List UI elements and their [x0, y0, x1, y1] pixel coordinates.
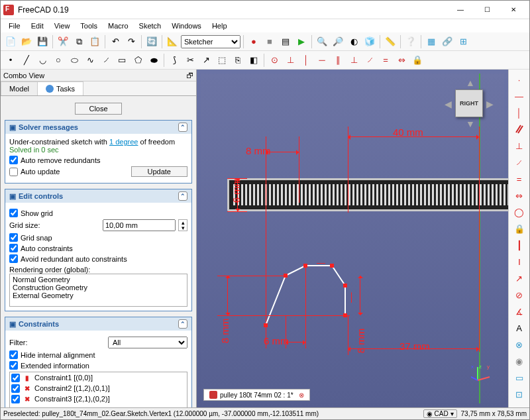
view-icon[interactable]: ▦	[424, 34, 439, 49]
open-icon[interactable]: 📂	[19, 34, 34, 49]
navcube-right-icon[interactable]: ▶	[486, 99, 494, 109]
zoom-sel-icon[interactable]: 🔎	[331, 34, 345, 49]
auto-constraints-check[interactable]: Auto constraints	[9, 244, 73, 252]
sketch-vertex[interactable]	[330, 264, 334, 268]
toggle-ref-icon[interactable]: ⊗	[511, 337, 527, 352]
3d-canvas[interactable]: 8 mm 40 mm 6 mm	[197, 70, 508, 407]
dof-link[interactable]: 1 degree	[109, 138, 138, 146]
close-tab-icon[interactable]: ⊗	[299, 392, 304, 399]
maximize-button[interactable]: ☐	[474, 1, 500, 19]
symmetric-icon[interactable]: ⇔	[511, 188, 527, 203]
parallel-icon[interactable]	[511, 122, 527, 136]
rect-icon[interactable]: ▭	[115, 53, 129, 68]
parallel-icon[interactable]: ∥	[331, 53, 345, 68]
constraints-heading[interactable]: ▣Constraints ⌃	[5, 317, 191, 331]
menu-edit[interactable]: Edit	[26, 22, 49, 30]
arc-icon[interactable]: ◡	[35, 53, 50, 68]
menu-tools[interactable]: Tools	[75, 22, 103, 30]
slot-icon[interactable]: ⬬	[146, 53, 161, 68]
grid-size-input[interactable]	[103, 219, 176, 231]
block-icon[interactable]: 🔒	[410, 53, 425, 68]
show-grid-check[interactable]: Show grid	[9, 209, 53, 217]
edit-heading[interactable]: ▣Edit controls ⌃	[5, 189, 191, 203]
paste-icon[interactable]: 📋	[87, 34, 102, 49]
minimize-button[interactable]: —	[447, 1, 474, 19]
macros-icon[interactable]: ▤	[278, 34, 293, 49]
distance-icon[interactable]: ↗	[511, 271, 527, 286]
whatsthis-icon[interactable]: ❔	[403, 34, 418, 49]
constraint-item[interactable]: ▮Constraint1 [(0,0)]	[10, 372, 187, 383]
ellipse-icon[interactable]: ⬭	[67, 53, 81, 68]
workbench-selector[interactable]: Sketcher	[181, 35, 240, 48]
group-icon[interactable]: ⊞	[456, 34, 470, 49]
cut-icon[interactable]: ✂️	[56, 34, 70, 49]
lock-icon[interactable]: 🔒	[511, 221, 527, 236]
extended-info-check[interactable]: Extended information	[9, 361, 89, 370]
point-icon[interactable]: •	[3, 53, 18, 68]
bspline-icon[interactable]: ∿	[83, 53, 97, 68]
measure-icon[interactable]: 📏	[383, 34, 398, 49]
collapse-icon[interactable]: ⌃	[178, 319, 187, 329]
spinner-icon[interactable]: ▴▾	[178, 219, 187, 231]
redo-icon[interactable]: ↷	[124, 34, 138, 49]
stop-macro-icon[interactable]: ■	[262, 34, 277, 49]
navcube-left-icon[interactable]: ◀	[445, 99, 452, 109]
link-icon[interactable]: 🔗	[440, 34, 454, 49]
perpendicular-icon[interactable]: ⊥	[511, 138, 527, 153]
sketch-vertex[interactable]	[343, 284, 347, 288]
select-conflict-icon[interactable]: ⊡	[511, 387, 527, 401]
snell-icon[interactable]: A	[511, 321, 527, 335]
filter-select[interactable]: All	[108, 337, 187, 348]
close-sketch-button[interactable]: Close	[75, 103, 121, 115]
extend-icon[interactable]: ↗	[199, 53, 213, 68]
refresh-icon[interactable]: 🔄	[144, 34, 159, 49]
update-button[interactable]: Update	[131, 166, 187, 177]
menu-file[interactable]: File	[3, 22, 26, 30]
vertical-icon[interactable]: │	[299, 53, 313, 68]
dist-v-icon[interactable]: Ⅰ	[511, 254, 527, 269]
menu-windows[interactable]: Windows	[166, 22, 207, 30]
menu-sketch[interactable]: Sketch	[134, 22, 167, 30]
auto-update-check[interactable]: Auto update	[9, 168, 60, 176]
symmetric-icon[interactable]: ⇔	[394, 53, 409, 68]
dist-h-icon[interactable]: ┃	[511, 238, 527, 252]
tangent-icon[interactable]: ⟋	[511, 155, 527, 170]
save-icon[interactable]: 💾	[35, 34, 50, 49]
radius-icon[interactable]: ⊘	[511, 288, 527, 302]
vertical-icon[interactable]: │	[511, 105, 527, 120]
sketch-vertex[interactable]	[264, 323, 268, 327]
line-icon[interactable]: ╱	[19, 53, 34, 68]
trim-icon[interactable]: ✂	[183, 53, 197, 68]
external-icon[interactable]: ⬚	[215, 53, 229, 68]
solver-heading[interactable]: ▣Solver messages ⌃	[5, 121, 191, 134]
iso-view-icon[interactable]: 🧊	[362, 34, 377, 49]
grid-snap-check[interactable]: Grid snap	[9, 233, 52, 242]
navcube-face[interactable]: RIGHT	[455, 89, 483, 117]
menu-help[interactable]: Help	[207, 22, 233, 30]
carbon-copy-icon[interactable]: ⎘	[231, 53, 245, 68]
tab-model[interactable]: Model	[1, 81, 38, 95]
collapse-icon[interactable]: ⌃	[178, 191, 187, 201]
copy-icon[interactable]: ⧉	[72, 34, 86, 49]
toggle-active-icon[interactable]: ◉	[511, 354, 527, 368]
tab-tasks[interactable]: Tasks	[37, 81, 83, 95]
draw-style-icon[interactable]: ◐	[346, 34, 361, 49]
avoid-redundant-check[interactable]: Avoid redundant auto constraints	[9, 254, 127, 263]
combo-close-icon[interactable]: 🗗	[186, 72, 193, 79]
auto-remove-check[interactable]: Auto remove redundants	[9, 156, 100, 164]
horiz-icon[interactable]: ─	[315, 53, 329, 68]
menu-macro[interactable]: Macro	[103, 22, 134, 30]
select-icon[interactable]: ▭	[511, 370, 527, 385]
zoom-fit-icon[interactable]: 🔍	[315, 34, 329, 49]
coincident-icon[interactable]: ·	[511, 72, 527, 87]
circle-icon[interactable]: ○	[51, 53, 66, 68]
block-icon[interactable]: ◯	[511, 205, 527, 219]
constraint-list[interactable]: ▮Constraint1 [(0,0)] ✖Constraint2 [(1,2)…	[9, 372, 187, 407]
angle-icon[interactable]: ∡	[511, 304, 527, 319]
polygon-icon[interactable]: ⬠	[131, 53, 145, 68]
equal-icon[interactable]: =	[511, 172, 527, 186]
exec-macro-icon[interactable]: ▶	[294, 34, 309, 49]
equal-icon[interactable]: =	[378, 53, 393, 68]
navcube-up-icon[interactable]: ▲	[466, 78, 475, 88]
navcube-down-icon[interactable]: ▼	[466, 119, 475, 129]
